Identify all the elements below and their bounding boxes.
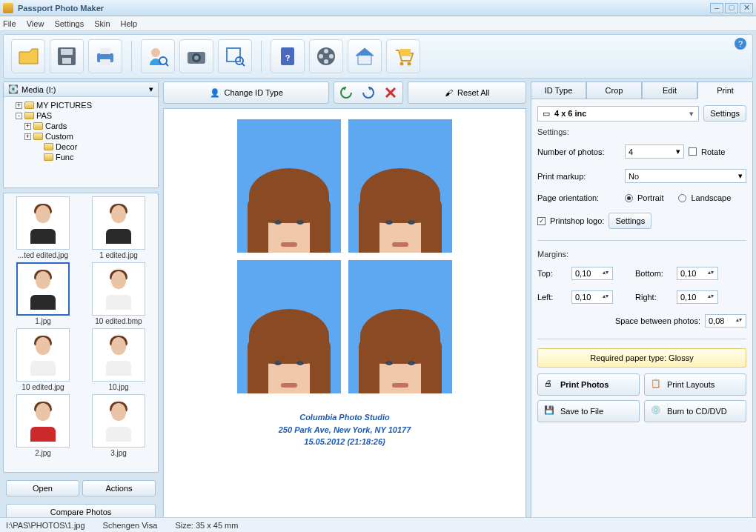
toolbar-person-search-button[interactable] [141,39,175,73]
print-preview: Columbia Photo Studio 250 Park Ave, New … [163,108,526,523]
toolbar-help-book-button[interactable]: ? [271,39,305,73]
num-photos-label: Number of photos: [537,147,620,156]
space-between-input[interactable]: 0,08▴▾ [705,314,746,327]
status-path: I:\PAS\PHOTOS\1.jpg [6,521,85,530]
svg-rect-2 [62,58,71,64]
margin-bottom-label: Bottom: [635,269,672,278]
svg-point-19 [329,54,334,59]
maximize-button[interactable]: □ [725,3,738,13]
tree-node[interactable]: +Cards [24,121,153,131]
svg-point-23 [408,62,411,66]
menu-help[interactable]: Help [121,19,138,28]
rotate-left-icon[interactable] [336,84,356,101]
tab-crop[interactable]: Crop [586,82,642,99]
reset-all-button[interactable]: 🖌 Reset All [408,82,526,104]
transform-toolbar [334,82,403,104]
change-id-type-button[interactable]: 👤 Change ID Type [163,82,329,104]
num-photos-select[interactable]: 4▾ [625,144,684,159]
brush-icon: 🖌 [445,88,453,97]
svg-line-8 [165,63,168,66]
menu-skin[interactable]: Skin [94,19,110,28]
paper-size-select[interactable]: ▭ 4 x 6 inc ▾ [537,106,699,122]
toolbar-camera-button[interactable] [179,39,213,73]
menubar: File View Settings Skin Help [0,16,756,31]
print-layouts-button[interactable]: 📋Print Layouts [644,373,746,396]
rotate-right-icon[interactable] [359,84,378,101]
tree-node[interactable]: +MY PICTURES [16,100,153,110]
help-icon[interactable]: ? [735,38,746,50]
toolbar-save-button[interactable] [50,39,84,73]
toolbar-cart-button[interactable] [386,39,420,73]
drive-selector[interactable]: 💽 Media (I:) ▾ [4,82,158,97]
close-button[interactable]: ✕ [740,3,753,13]
disc-icon: 💿 [651,405,663,417]
tree-node[interactable]: -PAS [16,110,153,121]
tree-node[interactable]: Func [33,152,153,162]
actions-button[interactable]: Actions [82,480,156,496]
thumbnail-panel: ...ted edited.jpg1 edited.jpg1.jpg10 edi… [3,193,159,473]
studio-timestamp: 15.05.2012 (21:18:26) [279,436,411,448]
margin-bottom-input[interactable]: 0,10▴▾ [677,267,718,280]
menu-view[interactable]: View [27,19,44,28]
rotate-checkbox[interactable] [689,147,697,156]
layout-icon: 📋 [651,379,663,390]
menu-file[interactable]: File [3,19,16,28]
svg-point-18 [324,49,328,53]
tab-print[interactable]: Print [697,82,753,99]
portrait-radio[interactable] [625,194,633,202]
folder-tree[interactable]: +MY PICTURES-PAS+Cards+CustomDecorFunc [4,97,158,187]
toolbar-open-button[interactable] [11,39,45,73]
thumbnail[interactable]: ...ted edited.jpg [7,196,79,259]
paper-settings-button[interactable]: Settings [703,105,746,122]
thumbnail[interactable]: 2.jpg [7,394,79,457]
save-to-file-button[interactable]: 💾Save to File [537,400,640,422]
toolbar-frame-search-button[interactable] [218,39,252,73]
app-title: Passport Photo Maker [18,4,710,13]
margin-top-label: Top: [537,269,567,278]
margin-top-input[interactable]: 0,10▴▾ [571,267,613,280]
status-visa: Schengen Visa [103,521,158,530]
space-between-label: Space between photos: [537,316,700,325]
status-bar: I:\PAS\PHOTOS\1.jpg Schengen Visa Size: … [0,517,756,532]
drive-icon: 💽 [8,84,19,94]
svg-point-22 [400,62,404,66]
landscape-radio[interactable] [678,194,686,202]
printshop-settings-button[interactable]: Settings [609,213,651,229]
tree-node[interactable]: Decor [33,142,153,152]
app-icon [3,3,13,13]
titlebar: Passport Photo Maker – □ ✕ [0,0,756,16]
margins-heading: Margins: [537,250,746,259]
margin-right-input[interactable]: 0,10▴▾ [677,290,718,304]
toolbar-reel-button[interactable] [309,39,343,73]
svg-point-21 [319,54,323,59]
thumbnail[interactable]: 1.jpg [7,262,79,325]
print-markup-label: Print markup: [537,172,620,181]
chevron-down-icon: ▾ [149,84,153,94]
burn-cd-button[interactable]: 💿Burn to CD/DVD [644,400,746,422]
svg-point-11 [194,56,199,60]
delete-icon[interactable] [381,84,400,101]
thumbnail[interactable]: 10 edited.bmp [82,262,155,325]
tab-edit[interactable]: Edit [642,82,697,99]
minimize-button[interactable]: – [710,3,723,13]
svg-rect-4 [100,48,110,54]
toolbar-print-button[interactable] [88,39,122,73]
thumbnail[interactable]: 10 edited.jpg [7,328,79,391]
tab-id-type[interactable]: ID Type [531,82,586,99]
tree-node[interactable]: +Custom [24,131,153,142]
margin-left-input[interactable]: 0,10▴▾ [571,290,613,304]
menu-settings[interactable]: Settings [54,19,84,28]
printshop-logo-checkbox[interactable] [537,217,546,225]
svg-text:?: ? [285,53,291,62]
thumbnail[interactable]: 1 edited.jpg [82,196,155,259]
studio-address: 250 Park Ave, New York, NY 10177 [279,424,411,436]
thumbnail[interactable]: 10.jpg [82,328,155,391]
thumbnail[interactable]: 3.jpg [82,394,155,457]
open-button[interactable]: Open [6,480,79,496]
toolbar-home-button[interactable] [348,39,382,73]
floppy-icon: 💾 [544,405,556,417]
settings-heading: Settings: [537,127,746,136]
studio-name: Columbia Photo Studio [279,411,411,424]
print-markup-select[interactable]: No▾ [625,169,746,183]
print-photos-button[interactable]: 🖨Print Photos [537,373,640,396]
